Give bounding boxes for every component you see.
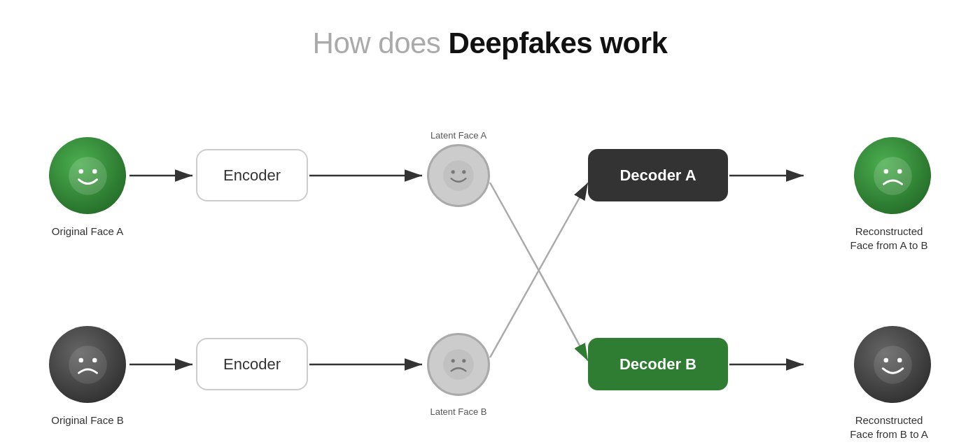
face-circle-b — [49, 326, 126, 403]
svg-point-13 — [92, 357, 97, 362]
svg-point-21 — [883, 169, 888, 173]
svg-point-19 — [462, 359, 465, 362]
latent-circle-a — [427, 144, 490, 207]
label-reconstructed-b: ReconstructedFace from B to A — [833, 413, 945, 441]
svg-point-10 — [92, 169, 97, 173]
svg-point-18 — [451, 359, 455, 362]
svg-point-16 — [462, 170, 465, 173]
label-original-a: Original Face A — [38, 225, 136, 239]
svg-point-8 — [69, 157, 107, 195]
page-title: How does Deepfakes work — [313, 27, 668, 60]
label-original-b: Original Face B — [38, 413, 136, 427]
svg-point-9 — [78, 169, 83, 173]
label-reconstructed-a: ReconstructedFace from A to B — [833, 225, 945, 252]
svg-point-12 — [78, 357, 83, 362]
latent-circle-b — [427, 333, 490, 396]
decoder-box-b: Decoder B — [588, 338, 728, 390]
svg-point-23 — [874, 346, 912, 384]
face-circle-out-b — [854, 326, 931, 403]
decoder-box-a: Decoder A — [588, 149, 728, 201]
label-latent-a: Latent Face A — [416, 130, 500, 142]
svg-point-14 — [443, 160, 474, 191]
main-container: How does Deepfakes work — [0, 0, 980, 447]
encoder-box-a: Encoder — [196, 149, 308, 201]
svg-point-11 — [69, 346, 107, 384]
diagram: Encoder Encoder Decoder — [28, 67, 952, 431]
svg-point-17 — [443, 349, 474, 380]
label-latent-b: Latent Face B — [416, 406, 500, 418]
encoder-box-b: Encoder — [196, 338, 308, 390]
face-circle-out-a — [854, 137, 931, 214]
svg-point-25 — [897, 357, 902, 362]
svg-point-20 — [874, 157, 912, 195]
face-circle-a — [49, 137, 126, 214]
svg-point-15 — [451, 170, 455, 173]
svg-point-24 — [883, 357, 888, 362]
svg-point-22 — [897, 169, 902, 173]
